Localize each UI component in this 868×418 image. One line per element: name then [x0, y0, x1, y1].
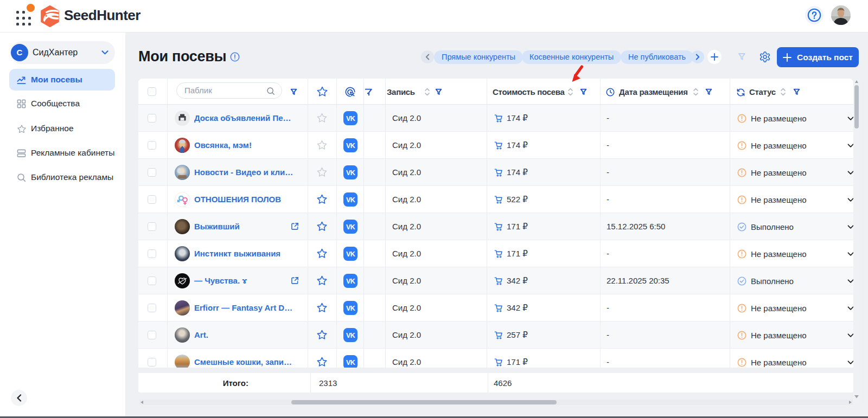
- svg-text:VK: VK: [346, 169, 355, 177]
- svg-text:VK: VK: [346, 332, 355, 339]
- svg-text:VK: VK: [346, 250, 355, 258]
- svg-text:VK: VK: [346, 359, 355, 366]
- svg-text:VK: VK: [346, 115, 355, 123]
- svg-text:VK: VK: [346, 196, 355, 204]
- svg-text:VK: VK: [346, 142, 355, 150]
- svg-text:VK: VK: [346, 305, 355, 312]
- svg-text:VK: VK: [346, 278, 355, 285]
- svg-text:VK: VK: [346, 223, 355, 231]
